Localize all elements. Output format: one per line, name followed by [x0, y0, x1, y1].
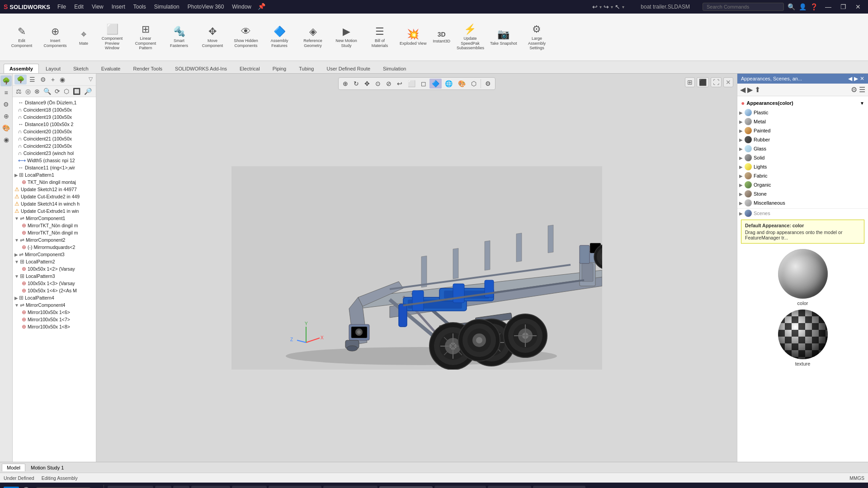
filter-icon[interactable]: ▽	[87, 75, 94, 84]
nav-list-icon[interactable]: ☰	[859, 85, 865, 94]
tree-item-localpattern3[interactable]: ▼ ⊞ LocalPattern3	[13, 272, 96, 280]
component-preview-button[interactable]: ⬜ Component Preview Window	[96, 17, 128, 57]
search-icon[interactable]: 🔍	[788, 3, 795, 10]
appearance-metal[interactable]: ▶ Metal	[737, 117, 868, 126]
tree-item-distance10[interactable]: ↔ Distance10 (100x50x 2	[13, 121, 96, 128]
tree-item-mirror100x50x-7[interactable]: ⊕ Mirror100x50x 1<7>	[13, 316, 96, 323]
tree-item-100x50x-3[interactable]: ⊕ 100x50x 1<3> (Varsay	[13, 280, 96, 287]
taskbar-app-autocad[interactable]: A AutoCAD 201...	[108, 486, 153, 488]
nav-back-icon[interactable]: ◀	[740, 85, 745, 94]
edit-component-button[interactable]: ✎ Edit Component	[5, 17, 38, 57]
new-motion-study-button[interactable]: ▶ New Motion Study	[330, 17, 363, 57]
taskbar-app-solidworks[interactable]: SW SOLIDWORKS ...	[379, 486, 433, 488]
expand-view-button[interactable]: ⬛	[697, 77, 709, 87]
tree-item-mirrorcomponent2[interactable]: ▼ ⇌ MirrorComponent2	[13, 236, 96, 244]
redo-button[interactable]: ↪	[604, 3, 609, 10]
tab-render-tools[interactable]: Render Tools	[127, 64, 168, 73]
taskbar-app-cnc[interactable]: 📁 CNC file	[232, 486, 267, 488]
tab-tubing[interactable]: Tubing	[293, 64, 320, 73]
tree-item-update-cut-extrude1[interactable]: ⚠ Update Cut-Extrude1 in win	[13, 207, 96, 215]
tab-piping[interactable]: Piping	[267, 64, 292, 73]
standard-views-icon[interactable]: ⬜	[406, 79, 418, 89]
tree-item-tkt-dingil[interactable]: ⊕ TKT_Nön dingil montaj	[13, 178, 96, 186]
panel-close[interactable]: ✕	[860, 75, 864, 82]
menu-tools[interactable]: Tools	[130, 3, 150, 11]
tab-simulation[interactable]: Simulation	[377, 64, 412, 73]
tree-item-coincident18[interactable]: ∩ Coincident18 (100x50x	[13, 106, 96, 113]
property-manager-icon[interactable]: ≡	[2, 87, 9, 98]
tree-item-distance9[interactable]: ↔ Distance9 (Ön Düzlem,1	[13, 99, 96, 106]
nav-forward-icon[interactable]: ▶	[747, 85, 753, 94]
search-input[interactable]	[703, 3, 784, 11]
help-icon[interactable]: ❓	[810, 3, 818, 10]
tree-item-mirrorcomponent3[interactable]: ▶ ⇌ MirrorComponent3	[13, 251, 96, 258]
display-manager-icon[interactable]: 🎨	[0, 122, 12, 133]
fp-tab-display[interactable]: ◉	[57, 75, 67, 84]
realview-icon[interactable]: ⬡	[469, 79, 479, 89]
update-speedpak-button[interactable]: ⚡ Update SpeedPak Subassemblies	[454, 17, 486, 57]
menu-edit[interactable]: Edit	[71, 3, 87, 11]
close-view-button[interactable]: ✕	[723, 77, 733, 87]
panel-nav-back[interactable]: ◀	[848, 75, 852, 82]
zoom-icon[interactable]: 🔎	[83, 87, 93, 96]
taskbar-app-indirilenler[interactable]: 📁 İndirilenler	[191, 486, 230, 488]
tree-item-localpattern4[interactable]: ▶ ⊞ LocalPattern4	[13, 294, 96, 301]
appearance-solid[interactable]: ▶ Solid	[737, 153, 868, 162]
appearance-plastic[interactable]: ▶ Plastic	[737, 108, 868, 117]
assembly-features-button[interactable]: 🔷 Assembly Features	[263, 17, 296, 57]
appearance-organic[interactable]: ▶ Organic	[737, 180, 868, 189]
tab-electrical[interactable]: Electrical	[234, 64, 266, 73]
viewport[interactable]: ⊕ ↻ ✥ ⊙ ⊘ ↩ ⬜ ◻ 🔷 🌐 🎨 ⬡ ⚙	[96, 74, 737, 462]
connection-icon[interactable]: ⊗	[33, 87, 41, 96]
menu-window[interactable]: Window	[228, 3, 255, 11]
tree-item-mirrormudguards[interactable]: ⊕ (-) Mirrormudquards<2	[13, 244, 96, 251]
linear-pattern-button[interactable]: ⊞ Linear Component Pattern	[129, 17, 162, 57]
appearance-fabric[interactable]: ▶ Fabric	[737, 171, 868, 180]
user-icon[interactable]: 👤	[799, 3, 807, 10]
pan-icon[interactable]: ✥	[362, 79, 372, 89]
appearance-vp-icon[interactable]: 🎨	[456, 79, 468, 89]
tree-item-mirrorcomponent1[interactable]: ▼ ⇌ MirrorComponent1	[13, 215, 96, 222]
tree-item-100x50x-4[interactable]: ⊕ 100x50x 1<4> (2<As M	[13, 287, 96, 294]
bill-of-materials-button[interactable]: ☰ Bill of Materials	[363, 17, 396, 57]
color-preview-sphere[interactable]	[778, 249, 828, 299]
nav-settings-icon[interactable]: ⚙	[851, 85, 857, 94]
rotation-icon[interactable]: ↻	[351, 79, 361, 89]
tree-item-distance11[interactable]: ↔ Distance11 (ring<1>,wir	[13, 164, 96, 171]
front-view-icon[interactable]: ⊕	[340, 79, 350, 89]
reference-geometry-button[interactable]: ◈ Reference Geometry	[297, 17, 329, 57]
configuration-manager-icon[interactable]: ⚙	[1, 99, 11, 110]
menu-file[interactable]: File	[54, 3, 70, 11]
tree-item-coincident23[interactable]: ∩ Coincident23 (winch hol	[13, 150, 96, 157]
maximize-button[interactable]: ❐	[837, 2, 850, 11]
dim-xpert-icon[interactable]: ⊕	[2, 111, 11, 122]
tree-item-update-sketch12[interactable]: ⚠ Update Sketch12 in 44977	[13, 186, 96, 193]
tree-item-100x50x-2[interactable]: ⊕ 100x50x 1<2> (Varsay	[13, 265, 96, 272]
nav-up-icon[interactable]: ⬆	[755, 85, 760, 94]
tree-item-mirror-dingil1[interactable]: ⊕ MirrorTKT_Nön dingil m	[13, 222, 96, 229]
tree-item-width5[interactable]: ⟷ Width5 (chassic npi 12	[13, 157, 96, 164]
appearance-miscellaneous[interactable]: ▶ Miscellaneous	[737, 198, 868, 207]
texture-preview-sphere[interactable]	[778, 310, 828, 359]
taskbar-app-1[interactable]: 🔶	[155, 486, 171, 488]
display-style-icon[interactable]: 🔷	[429, 79, 442, 89]
panel-nav-forward[interactable]: ▶	[854, 75, 858, 82]
tab-layout[interactable]: Layout	[40, 64, 66, 73]
scene-icon[interactable]: 🌐	[443, 79, 455, 89]
tree-item-coincident20[interactable]: ∩ Coincident20 (100x50x	[13, 128, 96, 135]
take-snapshot-button[interactable]: 📷 Take Snapshot	[487, 17, 520, 57]
zoom-to-fit-icon[interactable]: ⊘	[384, 79, 394, 89]
tree-item-coincident22[interactable]: ∩ Coincident22 (100x50x	[13, 142, 96, 150]
taskbar-app-chrome[interactable]: 🌐	[173, 486, 189, 488]
previous-view-icon[interactable]: ↩	[395, 79, 405, 89]
fp-tab-property[interactable]: ☰	[27, 75, 38, 84]
tab-solidworks-addins[interactable]: SOLIDWORKS Add-Ins	[169, 64, 233, 73]
close-button[interactable]: ✕	[852, 2, 864, 11]
appearances-color-header[interactable]: ● Appearances(color) ▼	[737, 98, 868, 108]
undo-button[interactable]: ↩	[592, 3, 598, 10]
tree-item-mirror100x50x-8[interactable]: ⊕ Mirror100x50x 1<8>	[13, 323, 96, 330]
cube-icon[interactable]: ⬡	[62, 87, 71, 96]
appearance-painted[interactable]: ▶ Painted	[737, 126, 868, 135]
taskbar-app-t56[interactable]: T 56 3 mm.nif -...	[488, 486, 531, 488]
tree-item-update-cut-extrude2[interactable]: ⚠ Update Cut-Extrude2 in 449	[13, 193, 96, 200]
